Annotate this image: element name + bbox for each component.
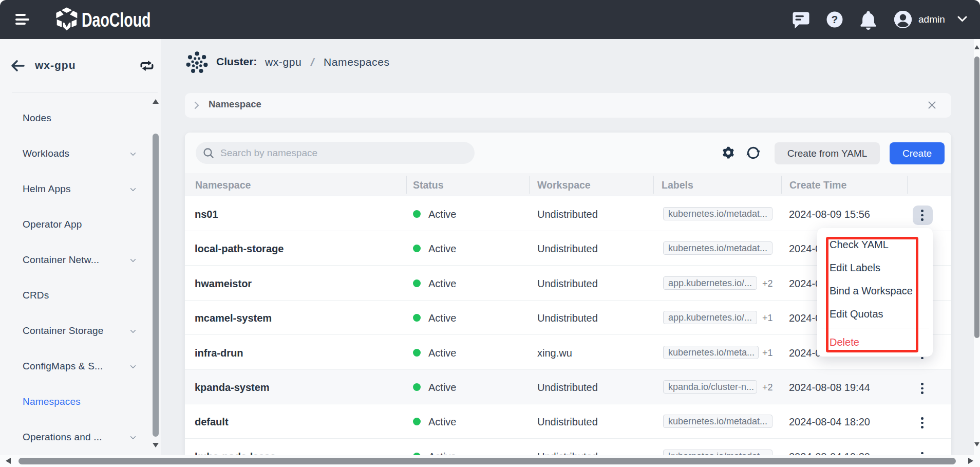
- svg-text:?: ?: [832, 13, 838, 25]
